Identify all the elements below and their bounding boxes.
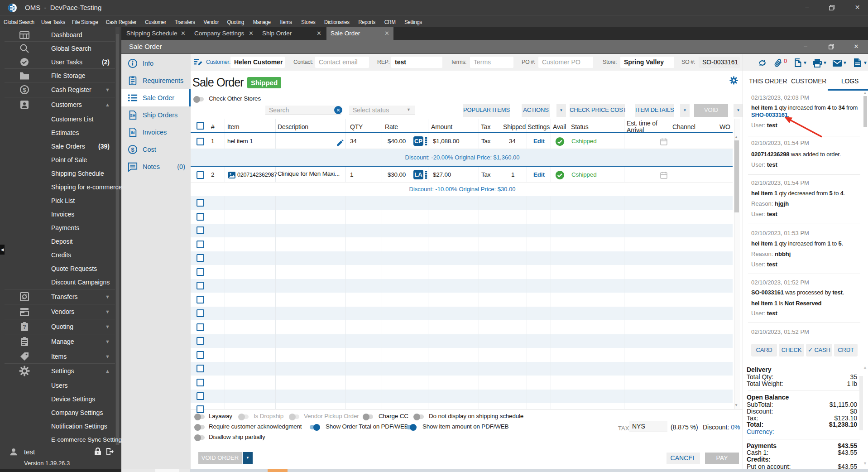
svg-text:IN: IN [131, 130, 135, 135]
svg-text:$: $ [131, 146, 134, 153]
svg-text:?: ? [23, 324, 26, 330]
svg-text:SH: SH [130, 113, 135, 118]
svg-text:$: $ [23, 87, 26, 93]
